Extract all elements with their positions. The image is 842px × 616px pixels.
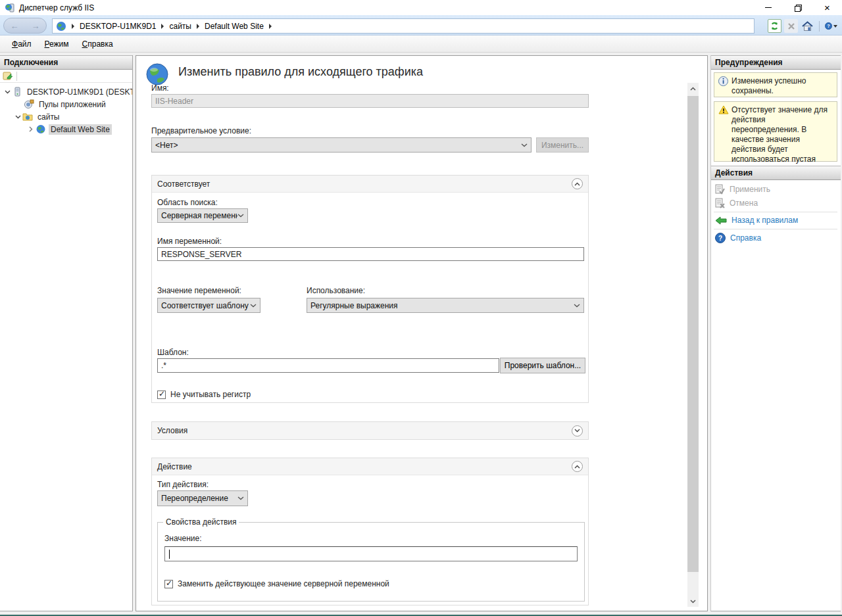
chevron-down-icon [521, 143, 528, 147]
ignore-case-checkbox[interactable]: ✓ Не учитывать регистр [157, 390, 251, 399]
chevron-down-icon [237, 214, 244, 218]
scroll-up-button[interactable] [687, 83, 699, 94]
menu-item-view[interactable]: Режим [39, 37, 74, 51]
action-section-header[interactable]: Действие [152, 458, 588, 475]
edit-precondition-button: Изменить... [536, 137, 589, 153]
stop-icon [787, 22, 795, 30]
help-icon: ? [715, 233, 726, 243]
tree-item-label: Default Web Site [49, 124, 112, 135]
conditions-section: Условия [151, 421, 589, 440]
sites-folder-icon [22, 112, 33, 122]
tree-item-server[interactable]: DESKTOP-U1MK9D1 (DESKTOP [0, 85, 132, 98]
collapse-section-button[interactable] [572, 461, 583, 472]
scope-select[interactable]: Серверная переменн [157, 208, 248, 223]
scroll-down-button[interactable] [687, 596, 699, 607]
chevron-up-icon [574, 465, 580, 469]
cancel-icon [715, 198, 725, 208]
app-icon [5, 3, 15, 13]
menu-bar: Файл Режим Справка [0, 36, 842, 53]
breadcrumb-item-server[interactable]: DESKTOP-U1MK9D1 [80, 22, 156, 31]
refresh-icon [770, 21, 780, 31]
connections-toolbar [0, 70, 132, 83]
forward-icon[interactable]: → [32, 22, 40, 30]
nav-buttons: ← → [3, 18, 47, 34]
connections-tree: DESKTOP-U1MK9D1 (DESKTOP Пулы приложений [0, 83, 132, 135]
chevron-expanded-icon[interactable] [3, 90, 12, 94]
iis-manager-window: Диспетчер служб IIS × ← → DESKTOP-U1MK9D… [0, 0, 842, 616]
actions-header: Действия [711, 166, 841, 180]
chevron-down-icon [237, 496, 244, 500]
action-type-label: Тип действия: [157, 480, 209, 489]
chevron-collapsed-icon[interactable] [26, 126, 36, 132]
help-button[interactable]: ? [824, 19, 838, 33]
breadcrumb-arrow-icon [269, 24, 272, 29]
apply-action: Применить [715, 184, 770, 195]
replace-value-checkbox[interactable]: ✓ Заменить действующее значение серверно… [164, 579, 389, 588]
action-type-select[interactable]: Переопределение [157, 490, 248, 506]
test-pattern-button[interactable]: Проверить шаблон... [500, 358, 585, 373]
scrollbar-thumb[interactable] [687, 96, 699, 572]
refresh-button[interactable] [768, 19, 781, 33]
pattern-input[interactable] [157, 358, 499, 373]
globe-icon[interactable] [56, 21, 66, 32]
breadcrumb-arrow-icon [161, 24, 164, 29]
chevron-expanded-icon[interactable] [13, 115, 22, 119]
tree-item-label: Пулы приложений [37, 99, 108, 110]
svg-text:?: ? [718, 235, 722, 242]
help-action[interactable]: ? Справка [715, 233, 761, 243]
home-button[interactable] [801, 19, 814, 33]
breadcrumb-item-site[interactable]: Default Web Site [205, 22, 264, 31]
chevron-up-icon [574, 182, 580, 186]
value-input[interactable] [164, 546, 578, 561]
save-connections-icon[interactable] [3, 71, 13, 81]
checkbox-checked-icon: ✓ [164, 580, 173, 588]
menu-item-help[interactable]: Справка [77, 37, 118, 51]
back-arrow-icon [715, 216, 727, 225]
tree-item-default-web-site[interactable]: Default Web Site [0, 123, 132, 135]
menu-item-file[interactable]: Файл [7, 37, 37, 51]
window-title: Диспетчер служб IIS [19, 3, 94, 12]
variable-value-select[interactable]: Соответствует шаблону [157, 298, 260, 313]
conditions-section-header[interactable]: Условия [152, 422, 588, 439]
alert-warning: Отсутствует значение для действия переоп… [714, 101, 837, 162]
minimize-icon [765, 7, 772, 8]
precondition-select[interactable]: <Нет> [151, 137, 532, 153]
address-bar: ← → DESKTOP-U1MK9D1 сайты Default Web Si… [0, 15, 842, 36]
tree-item-app-pools[interactable]: Пулы приложений [0, 98, 132, 110]
divider [714, 229, 837, 229]
breadcrumb-arrow-icon [197, 24, 199, 29]
restore-button[interactable] [783, 0, 812, 15]
variable-name-input[interactable] [157, 247, 584, 261]
chevron-down-icon [574, 304, 580, 308]
breadcrumb-item-sites[interactable]: сайты [169, 22, 191, 31]
svg-text:?: ? [827, 24, 830, 29]
action-section: Действие Тип действия: Переопределение С… [151, 458, 589, 605]
info-icon [718, 76, 728, 86]
home-icon [802, 21, 813, 32]
name-label: Имя: [151, 83, 169, 93]
divider [819, 21, 820, 32]
help-icon: ? [825, 20, 832, 32]
chevron-down-icon [690, 600, 696, 604]
main-scrollbar[interactable] [687, 83, 699, 607]
right-panel: Предупреждения Изменения успешно сохране… [710, 55, 841, 611]
match-section-header[interactable]: Соответствует [152, 176, 588, 193]
back-icon[interactable]: ← [11, 22, 19, 30]
close-button[interactable]: × [812, 0, 842, 15]
title-bar: Диспетчер служб IIS × [0, 0, 842, 15]
expand-section-button[interactable] [572, 425, 583, 437]
usage-select[interactable]: Регулярные выражения [307, 298, 584, 313]
pattern-label: Шаблон: [157, 348, 189, 357]
tree-item-sites[interactable]: сайты [0, 110, 132, 123]
name-input [151, 94, 589, 108]
tree-item-label: сайты [36, 112, 62, 122]
site-globe-icon [36, 124, 46, 134]
tree-item-label: DESKTOP-U1MK9D1 (DESKTOP [25, 87, 132, 97]
collapse-section-button[interactable] [572, 178, 583, 189]
divider [16, 72, 17, 81]
match-section: Соответствует Область поиска: Серверная … [151, 175, 589, 403]
variable-value-label: Значение переменной: [157, 286, 241, 295]
minimize-button[interactable] [753, 0, 783, 15]
feature-page: Изменить правило для исходящего трафика … [136, 55, 708, 611]
back-to-rules-action[interactable]: Назад к правилам [715, 216, 798, 225]
